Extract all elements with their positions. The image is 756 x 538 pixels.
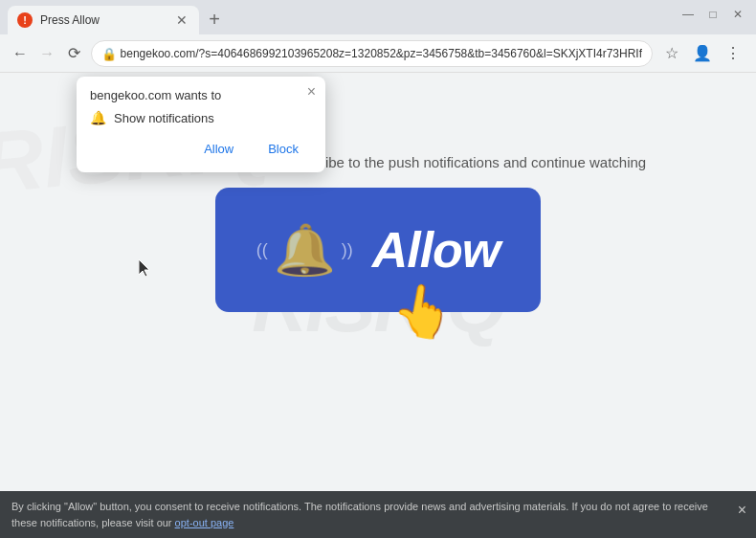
window-controls: — □ ✕	[681, 8, 745, 21]
url-text: bengekoo.com/?s=4064686992103965208z=132…	[121, 47, 642, 60]
allow-text-graphic: Allow	[372, 221, 500, 279]
allow-button-graphic: (( 🔔 )) Allow 👆	[215, 188, 541, 312]
minimize-button[interactable]: —	[681, 8, 695, 21]
address-bar-actions: ☆ 👤 ⋮	[658, 40, 746, 67]
popup-buttons: Allow Block	[90, 137, 312, 161]
tab-favicon	[17, 12, 33, 28]
banner-close-button[interactable]: ×	[738, 499, 746, 522]
popup-close-button[interactable]: ×	[307, 84, 316, 100]
banner-text: By clicking "Allow" button, you consent …	[11, 501, 708, 528]
reload-button[interactable]: ⟳	[63, 40, 84, 67]
url-bar[interactable]: 🔒 bengekoo.com/?s=4064686992103965208z=1…	[91, 40, 653, 67]
bell-area: (( 🔔 ))	[256, 221, 353, 280]
popup-allow-button[interactable]: Allow	[190, 137, 247, 161]
popup-notification-label: Show notifications	[114, 111, 214, 125]
profile-icon[interactable]: 👤	[689, 40, 716, 67]
wave-right: ))	[342, 240, 353, 260]
maximize-button[interactable]: □	[706, 8, 720, 21]
active-tab[interactable]: Press Allow ✕	[8, 6, 199, 34]
cursor-hand: 👆	[388, 278, 459, 346]
popup-title: bengekoo.com wants to	[90, 88, 312, 102]
forward-button[interactable]: →	[36, 40, 57, 67]
page-content: RISKIQ RISKIQ Click the «Allow» button t…	[0, 73, 756, 538]
notification-popup: × bengekoo.com wants to 🔔 Show notificat…	[77, 77, 325, 172]
close-button[interactable]: ✕	[731, 8, 745, 21]
bell-emoji: 🔔	[274, 221, 336, 280]
notification-row: 🔔 Show notifications	[90, 110, 312, 125]
menu-icon[interactable]: ⋮	[720, 40, 746, 67]
new-tab-button[interactable]: +	[201, 6, 228, 33]
popup-block-button[interactable]: Block	[255, 137, 312, 161]
svg-marker-0	[139, 259, 149, 277]
lock-icon: 🔒	[101, 47, 115, 60]
tab-title: Press Allow	[40, 13, 167, 27]
browser-window: Press Allow ✕ + — □ ✕ ← → ⟳ 🔒 bengekoo.c…	[0, 0, 756, 538]
bottom-banner: By clicking "Allow" button, you consent …	[0, 491, 756, 538]
opt-out-link[interactable]: opt-out page	[175, 517, 234, 528]
wave-left: ((	[256, 240, 268, 260]
address-bar: ← → ⟳ 🔒 bengekoo.com/?s=4064686992103965…	[0, 34, 756, 73]
bell-icon-small: 🔔	[90, 110, 106, 125]
cursor-dot	[139, 259, 146, 267]
back-button[interactable]: ←	[10, 40, 31, 67]
tab-close-button[interactable]: ✕	[174, 12, 189, 28]
bookmark-icon[interactable]: ☆	[658, 40, 685, 67]
tab-bar: Press Allow ✕ + — □ ✕	[0, 0, 756, 34]
